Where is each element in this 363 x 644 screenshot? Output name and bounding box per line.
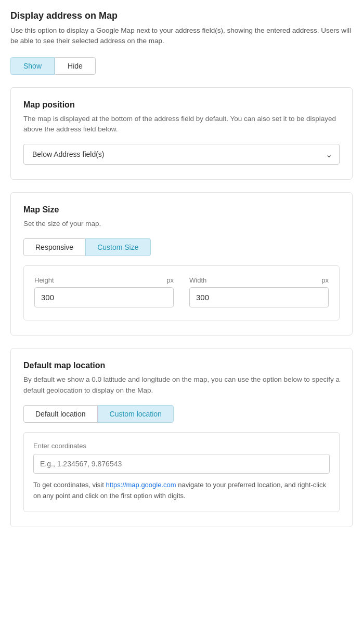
height-unit: px	[166, 276, 174, 284]
height-header: Height px	[34, 276, 174, 284]
width-input[interactable]	[189, 287, 329, 307]
page-title: Display address on Map	[10, 10, 353, 21]
map-position-section: Map position The map is displayed at the…	[10, 87, 353, 180]
size-inputs-row: Height px Width px	[34, 276, 329, 307]
size-inputs-card: Height px Width px	[23, 265, 340, 320]
map-location-section: Default map location By default we show …	[10, 348, 353, 527]
responsive-button[interactable]: Responsive	[23, 238, 85, 256]
visibility-toggle-group: Show Hide	[10, 57, 353, 75]
location-toggle-group: Default location Custom location	[23, 405, 340, 423]
coordinates-card: Enter coordinates To get coordinates, vi…	[23, 432, 340, 513]
width-label: Width	[189, 276, 206, 284]
height-input[interactable]	[34, 287, 174, 307]
width-unit: px	[321, 276, 329, 284]
width-input-group: Width px	[189, 276, 329, 307]
map-size-section: Map Size Set the size of your map. Respo…	[10, 192, 353, 336]
map-position-select[interactable]: Below Address field(s) Above Address fie…	[23, 144, 340, 165]
hint-text-before: To get coordinates, visit	[33, 481, 106, 489]
map-size-description: Set the size of your map.	[23, 219, 340, 229]
map-position-title: Map position	[23, 100, 340, 110]
map-location-title: Default map location	[23, 361, 340, 370]
size-toggle-group: Responsive Custom Size	[23, 238, 340, 256]
google-maps-link[interactable]: https://map.google.com	[106, 481, 176, 489]
map-position-description: The map is displayed at the bottom of th…	[23, 114, 340, 135]
page-description: Use this option to display a Google Map …	[10, 25, 353, 47]
default-location-button[interactable]: Default location	[23, 405, 98, 423]
map-position-select-wrapper: Below Address field(s) Above Address fie…	[23, 144, 340, 165]
coordinates-input[interactable]	[33, 454, 330, 474]
show-button[interactable]: Show	[10, 57, 55, 75]
coordinates-hint: To get coordinates, visit https://map.go…	[33, 480, 330, 502]
custom-location-button[interactable]: Custom location	[98, 405, 174, 423]
map-size-title: Map Size	[23, 205, 340, 214]
map-location-description: By default we show a 0.0 latitude and lo…	[23, 374, 340, 396]
height-label: Height	[34, 276, 54, 284]
hide-button[interactable]: Hide	[55, 57, 96, 75]
custom-size-button[interactable]: Custom Size	[85, 238, 150, 256]
width-header: Width px	[189, 276, 329, 284]
height-input-group: Height px	[34, 276, 174, 307]
coordinates-label: Enter coordinates	[33, 442, 330, 450]
